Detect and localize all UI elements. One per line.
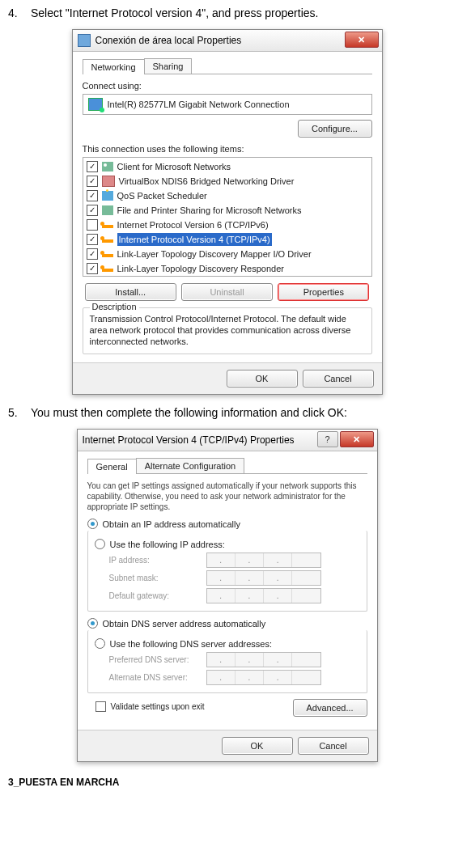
- checkbox-icon[interactable]: ✓: [87, 161, 98, 172]
- subnet-mask-row: Subnet mask:...: [109, 570, 360, 586]
- tab-sharing[interactable]: Sharing: [144, 58, 193, 74]
- window-icon: [78, 34, 91, 47]
- proto-icon: [102, 254, 113, 257]
- step-number: 4.: [8, 6, 31, 19]
- close-icon: ✕: [353, 434, 360, 445]
- ip-address-row: IP address:...: [109, 553, 360, 568]
- subnet-mask-input[interactable]: ...: [206, 570, 321, 586]
- radio-icon: [95, 539, 105, 549]
- dialog-footer: OK Cancel: [78, 730, 377, 761]
- window-title: Internet Protocol Version 4 (TCP/IPv4) P…: [83, 434, 295, 446]
- tab-general[interactable]: General: [87, 459, 137, 474]
- install-button[interactable]: Install...: [85, 283, 176, 301]
- item-label: Internet Protocol Version 4 (TCP/IPv4): [117, 233, 272, 246]
- properties-button[interactable]: Properties: [278, 283, 369, 301]
- titlebar: Conexión de área local Properties ✕: [73, 30, 382, 52]
- connect-using-label: Connect using:: [83, 81, 372, 91]
- gateway-input[interactable]: ...: [206, 588, 321, 603]
- list-item[interactable]: ✓Link-Layer Topology Discovery Responder: [83, 261, 371, 276]
- checkbox-icon: [95, 701, 106, 712]
- share-icon: [102, 205, 113, 215]
- tab-networking[interactable]: Networking: [83, 59, 145, 74]
- dialog-footer: OK Cancel: [73, 362, 382, 394]
- preferred-dns-input[interactable]: ...: [206, 652, 321, 667]
- alternate-dns-input[interactable]: ...: [206, 670, 321, 685]
- proto-icon: [102, 239, 113, 243]
- configure-button[interactable]: Configure...: [298, 120, 372, 138]
- step-number: 5.: [8, 406, 31, 419]
- description-text: Transmission Control Protocol/Internet P…: [90, 313, 365, 347]
- list-item[interactable]: ✓Link-Layer Topology Discovery Mapper I/…: [83, 247, 371, 261]
- item-label: Client for Microsoft Networks: [117, 160, 231, 173]
- tab-alternate[interactable]: Alternate Configuration: [136, 458, 245, 473]
- item-label: Link-Layer Topology Discovery Mapper I/O…: [117, 248, 312, 260]
- list-item[interactable]: ✓VirtualBox NDIS6 Bridged Networking Dri…: [83, 174, 371, 188]
- radio-icon: [95, 638, 105, 649]
- radio-use-dns[interactable]: Use the following DNS server addresses:: [95, 638, 360, 649]
- uninstall-button: Uninstall: [181, 283, 273, 301]
- help-icon: ?: [325, 434, 329, 444]
- ok-button[interactable]: OK: [222, 737, 293, 755]
- item-label: Link-Layer Topology Discovery Responder: [117, 262, 284, 275]
- checkbox-icon[interactable]: ✓: [87, 190, 98, 201]
- close-button[interactable]: ✕: [340, 431, 374, 447]
- radio-obtain-dns-auto[interactable]: Obtain DNS server address automatically: [87, 618, 367, 629]
- step-5: 5. You must then complete the following …: [8, 406, 446, 419]
- adapter-name: Intel(R) 82577LM Gigabit Network Connect…: [108, 100, 290, 109]
- tab-strip: General Alternate Configuration: [87, 458, 367, 474]
- radio-icon: [87, 618, 98, 629]
- checkbox-icon[interactable]: [87, 219, 98, 231]
- intro-text: You can get IP settings assigned automat…: [87, 481, 367, 512]
- checkbox-icon[interactable]: ✓: [87, 176, 98, 187]
- advanced-button[interactable]: Advanced...: [293, 699, 367, 717]
- step-4: 4. Select "Internet Protocol version 4",…: [8, 6, 446, 19]
- ipv4-properties-dialog: Internet Protocol Version 4 (TCP/IPv4) P…: [77, 429, 378, 762]
- list-item[interactable]: ✓Client for Microsoft Networks: [83, 159, 371, 174]
- list-item[interactable]: ✓QoS Packet Scheduler: [83, 188, 371, 203]
- ok-button[interactable]: OK: [227, 370, 298, 387]
- list-item[interactable]: ✓File and Printer Sharing for Microsoft …: [83, 203, 371, 218]
- radio-use-ip[interactable]: Use the following IP address:: [95, 539, 360, 549]
- tab-strip: Networking Sharing: [83, 58, 372, 74]
- checkbox-icon[interactable]: ✓: [87, 263, 98, 274]
- item-label: VirtualBox NDIS6 Bridged Networking Driv…: [119, 175, 295, 188]
- item-label: Internet Protocol Version 6 (TCP/IPv6): [117, 218, 269, 231]
- adapter-box[interactable]: Intel(R) 82577LM Gigabit Network Connect…: [83, 94, 372, 115]
- vbox-icon: [102, 176, 115, 187]
- radio-obtain-ip-auto[interactable]: Obtain an IP address automatically: [87, 519, 367, 529]
- items-list[interactable]: ✓Client for Microsoft Networks✓VirtualBo…: [83, 157, 372, 277]
- window-title: Conexión de área local Properties: [95, 35, 242, 46]
- adapter-icon: [88, 98, 103, 111]
- step-text: You must then complete the following inf…: [31, 406, 446, 419]
- step-text: Select "Internet Protocol version 4", an…: [31, 6, 446, 19]
- close-icon: ✕: [358, 35, 365, 45]
- titlebar: Internet Protocol Version 4 (TCP/IPv4) P…: [78, 430, 377, 451]
- description-label: Description: [90, 302, 139, 311]
- item-label: QoS Packet Scheduler: [117, 189, 207, 202]
- checkbox-icon[interactable]: ✓: [87, 205, 98, 216]
- ip-address-input[interactable]: ...: [206, 553, 321, 568]
- preferred-dns-row: Preferred DNS server:...: [109, 652, 360, 667]
- close-button[interactable]: ✕: [345, 32, 379, 48]
- qos-icon: [102, 191, 113, 201]
- checkbox-icon[interactable]: ✓: [87, 248, 98, 260]
- page-footer: 3_PUESTA EN MARCHA: [8, 777, 446, 788]
- list-item[interactable]: ✓Internet Protocol Version 4 (TCP/IPv4): [83, 232, 371, 247]
- item-label: File and Printer Sharing for Microsoft N…: [117, 204, 302, 217]
- radio-icon: [87, 519, 98, 529]
- help-button[interactable]: ?: [317, 431, 338, 447]
- items-label: This connection uses the following items…: [83, 144, 372, 154]
- description-group: Description Transmission Control Protoco…: [83, 307, 372, 354]
- gateway-row: Default gateway:...: [109, 588, 360, 603]
- cancel-button[interactable]: Cancel: [298, 737, 369, 755]
- list-item[interactable]: Internet Protocol Version 6 (TCP/IPv6): [83, 218, 371, 232]
- cancel-button[interactable]: Cancel: [303, 370, 374, 387]
- alternate-dns-row: Alternate DNS server:...: [109, 670, 360, 685]
- checkbox-icon[interactable]: ✓: [87, 234, 98, 245]
- client-icon: [102, 162, 113, 171]
- proto-icon: [102, 225, 113, 228]
- connection-properties-dialog: Conexión de área local Properties ✕ Netw…: [72, 29, 383, 395]
- proto-icon: [102, 269, 113, 272]
